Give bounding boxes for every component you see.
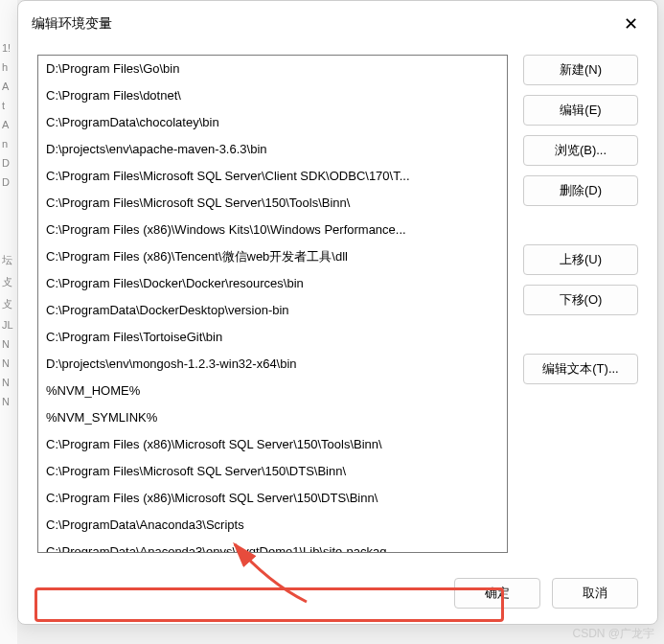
background-fragments: 1!hAtAnDD 坛攴攴JLNNNN [0,0,17,644]
list-item[interactable]: C:\Program Files (x86)\Windows Kits\10\W… [38,217,507,243]
list-item[interactable]: C:\Program Files\TortoiseGit\bin [38,324,507,351]
button-sidebar: 新建(N) 编辑(E) 浏览(B)... 删除(D) 上移(U) 下移(O) 编… [523,55,638,563]
dialog-title: 编辑环境变量 [32,15,112,33]
edit-env-dialog: 编辑环境变量 ✕ D:\Program Files\Go\binC:\Progr… [17,0,658,625]
edit-text-button[interactable]: 编辑文本(T)... [523,354,638,384]
list-item[interactable]: C:\Program Files (x86)\Microsoft SQL Ser… [38,485,507,512]
list-item[interactable]: %NVM_SYMLINK% [38,404,507,431]
list-item[interactable]: C:\Program Files\Microsoft SQL Server\Cl… [38,163,507,190]
listbox-wrap: D:\Program Files\Go\binC:\Program Files\… [37,55,508,563]
btn-group-move: 上移(U) 下移(O) [523,244,638,315]
list-item[interactable]: C:\Program Files\Docker\Docker\resources… [38,270,507,297]
list-item[interactable]: C:\ProgramData\Anaconda3\Scripts [38,512,507,539]
list-item[interactable]: D:\projects\env\mongosh-1.2.3-win32-x64\… [38,351,507,378]
list-item[interactable]: C:\ProgramData\chocolatey\bin [38,109,507,136]
list-item[interactable]: D:\Program Files\Go\bin [38,56,507,82]
list-item[interactable]: C:\Program Files\Microsoft SQL Server\15… [38,190,507,217]
titlebar: 编辑环境变量 ✕ [18,1,657,47]
list-item[interactable]: C:\ProgramData\Anaconda3\envs\pyqtDemo1\… [38,539,507,553]
list-item[interactable]: %NVM_HOME% [38,378,507,404]
dialog-content: D:\Program Files\Go\binC:\Program Files\… [18,47,657,563]
list-item[interactable]: C:\Program Files\dotnet\ [38,82,507,109]
move-up-button[interactable]: 上移(U) [523,244,638,275]
close-button[interactable]: ✕ [617,11,644,37]
edit-button[interactable]: 编辑(E) [523,95,638,126]
path-listbox[interactable]: D:\Program Files\Go\binC:\Program Files\… [37,55,508,553]
ok-button[interactable]: 确定 [454,578,540,609]
cancel-button[interactable]: 取消 [552,578,638,609]
list-item[interactable]: C:\Program Files (x86)\Tencent\微信web开发者工… [38,243,507,270]
btn-group-text: 编辑文本(T)... [523,354,638,384]
list-item[interactable]: D:\projects\env\apache-maven-3.6.3\bin [38,136,507,163]
dialog-footer: 确定 取消 [18,563,657,624]
list-item[interactable]: C:\Program Files\Microsoft SQL Server\15… [38,458,507,485]
move-down-button[interactable]: 下移(O) [523,285,638,315]
watermark: CSDN @广龙宇 [572,626,654,642]
list-item[interactable]: C:\Program Files (x86)\Microsoft SQL Ser… [38,431,507,458]
browse-button[interactable]: 浏览(B)... [523,135,638,166]
btn-group-edit: 新建(N) 编辑(E) 浏览(B)... 删除(D) [523,55,638,206]
new-button[interactable]: 新建(N) [523,55,638,85]
delete-button[interactable]: 删除(D) [523,175,638,206]
list-item[interactable]: C:\ProgramData\DockerDesktop\version-bin [38,297,507,324]
